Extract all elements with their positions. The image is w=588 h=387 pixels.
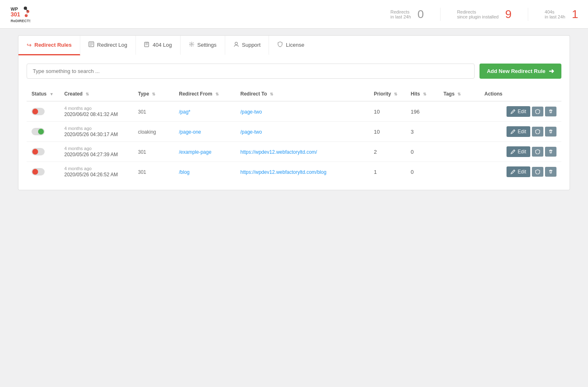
type-cell-2: 301 [133, 142, 174, 162]
status-toggle-3[interactable] [32, 168, 45, 175]
stat-label-main: Redirects [390, 9, 411, 14]
stat-value-404s-24h: 1 [572, 8, 578, 21]
main-content: ↪ Redirect Rules Redirect Log 404 Log Se… [11, 29, 577, 197]
delete-button-2[interactable] [545, 147, 556, 157]
shield-icon [535, 129, 540, 134]
status-toggle-0[interactable] [32, 108, 45, 115]
edit-button-0[interactable]: Edit [507, 106, 530, 117]
col-status-label: Status [32, 91, 47, 97]
stat-redirects-24h-label: Redirects in last 24h [390, 9, 411, 19]
tab-settings[interactable]: Settings [181, 36, 225, 55]
edit-button-3[interactable]: Edit [507, 166, 530, 177]
404-log-icon [144, 41, 150, 48]
tab-license[interactable]: License [269, 36, 312, 55]
logo: WP 301 ReDIRECTS [10, 4, 30, 25]
stat-404s-24h: 404s in last 24h 1 [528, 8, 578, 21]
from-cell-3: /blog [174, 162, 235, 182]
edit-button-1[interactable]: Edit [507, 126, 530, 137]
trash-icon [548, 129, 553, 134]
status-cell-3 [27, 162, 59, 182]
sort-icon-type[interactable]: ⇅ [152, 92, 155, 96]
table-header: Status ▼ Created ⇅ Type ⇅ Redirect From … [27, 87, 561, 101]
add-redirect-rule-button[interactable]: Add New Redirect Rule ➜ [479, 64, 561, 79]
redirect-from-link-0[interactable]: /pag* [179, 109, 190, 115]
col-from-label: Redirect From [179, 91, 212, 97]
col-created-label: Created [64, 91, 83, 97]
created-cell-3: 4 months ago 2020/05/26 04:26:52 AM [59, 162, 133, 182]
add-button-arrow-icon: ➜ [549, 67, 554, 75]
shield-button-3[interactable] [532, 167, 543, 177]
stat-redirects-24h: Redirects in last 24h 0 [390, 8, 424, 21]
hits-cell-3: 0 [406, 162, 439, 182]
status-toggle-2[interactable] [32, 148, 45, 155]
sort-icon-tags[interactable]: ⇅ [457, 92, 461, 96]
delete-button-0[interactable] [545, 107, 556, 116]
shield-button-0[interactable] [532, 107, 543, 116]
redirect-to-link-3[interactable]: https://wpdev12.webfactoryltd.com/blog [240, 169, 326, 175]
shield-icon [535, 169, 540, 174]
shield-icon [535, 109, 540, 114]
svg-point-16 [235, 42, 237, 45]
created-cell-1: 4 months ago 2020/05/26 04:30:17 AM [59, 122, 133, 142]
sort-icon-status[interactable]: ▼ [50, 92, 54, 96]
shield-button-2[interactable] [532, 147, 543, 157]
tab-support[interactable]: Support [225, 36, 269, 55]
col-header-actions: Actions [479, 87, 561, 101]
col-priority-label: Priority [374, 91, 391, 97]
edit-icon [511, 109, 516, 114]
redirect-from-link-1[interactable]: /page-one [179, 129, 201, 135]
col-to-label: Redirect To [240, 91, 267, 97]
delete-button-3[interactable] [545, 167, 556, 177]
search-input[interactable] [27, 64, 475, 79]
redirect-from-link-2[interactable]: /example-page [179, 149, 211, 155]
svg-text:301: 301 [11, 11, 20, 18]
redirect-from-link-3[interactable]: /blog [179, 169, 190, 175]
tab-404-log[interactable]: 404 Log [136, 36, 181, 55]
status-cell-2 [27, 142, 59, 162]
stat-value-redirects-24h: 0 [418, 8, 424, 21]
type-cell-0: 301 [133, 101, 174, 122]
add-button-label: Add New Redirect Rule [487, 68, 545, 74]
redirect-to-link-2[interactable]: https://wpdev12.webfactoryltd.com/ [240, 149, 317, 155]
edit-button-2[interactable]: Edit [507, 146, 530, 157]
status-toggle-1[interactable] [32, 128, 45, 135]
redirect-to-link-0[interactable]: /page-two [240, 109, 262, 115]
stat-redirects-total: Redirects since plugin installed 9 [440, 8, 511, 21]
hits-cell-0: 196 [406, 101, 439, 122]
tab-redirect-rules[interactable]: ↪ Redirect Rules [18, 36, 80, 55]
col-hits-label: Hits [411, 91, 420, 97]
trash-icon [548, 149, 553, 154]
sort-icon-priority[interactable]: ⇅ [394, 92, 397, 96]
shield-button-1[interactable] [532, 127, 543, 137]
sort-icon-created[interactable]: ⇅ [86, 92, 89, 96]
tags-cell-1 [439, 122, 479, 142]
actions-cell-3: Edit [479, 162, 561, 182]
created-cell-0: 4 months ago 2020/06/02 08:41:32 AM [59, 101, 133, 122]
col-header-status: Status ▼ [27, 87, 59, 101]
stat-label-main2: Redirects [457, 9, 499, 14]
col-header-priority: Priority ⇅ [369, 87, 406, 101]
col-actions-label: Actions [484, 91, 502, 97]
date-ago-3: 4 months ago [64, 166, 128, 171]
sort-icon-from[interactable]: ⇅ [215, 92, 219, 96]
sort-icon-hits[interactable]: ⇅ [423, 92, 426, 96]
to-cell-1: /page-two [235, 122, 369, 142]
redirect-to-link-1[interactable]: /page-two [240, 129, 262, 135]
type-badge-1: cloaking [138, 129, 156, 135]
redirects-table: Status ▼ Created ⇅ Type ⇅ Redirect From … [27, 87, 561, 182]
table-row: 4 months ago 2020/05/26 04:30:17 AM cloa… [27, 122, 561, 142]
table-body: 4 months ago 2020/06/02 08:41:32 AM 301 … [27, 101, 561, 182]
tab-license-label: License [286, 42, 304, 48]
tab-redirect-log[interactable]: Redirect Log [80, 36, 136, 55]
delete-button-1[interactable] [545, 127, 556, 137]
date-main-0: 2020/06/02 08:41:32 AM [64, 112, 128, 117]
tab-support-label: Support [242, 42, 261, 48]
date-ago-1: 4 months ago [64, 126, 128, 131]
col-tags-label: Tags [443, 91, 455, 97]
tab-redirect-rules-label: Redirect Rules [34, 42, 72, 48]
from-cell-0: /pag* [174, 101, 235, 122]
col-header-redirect-from: Redirect From ⇅ [174, 87, 235, 101]
status-cell-0 [27, 101, 59, 122]
redirect-log-icon [88, 41, 94, 48]
sort-icon-to[interactable]: ⇅ [270, 92, 273, 96]
